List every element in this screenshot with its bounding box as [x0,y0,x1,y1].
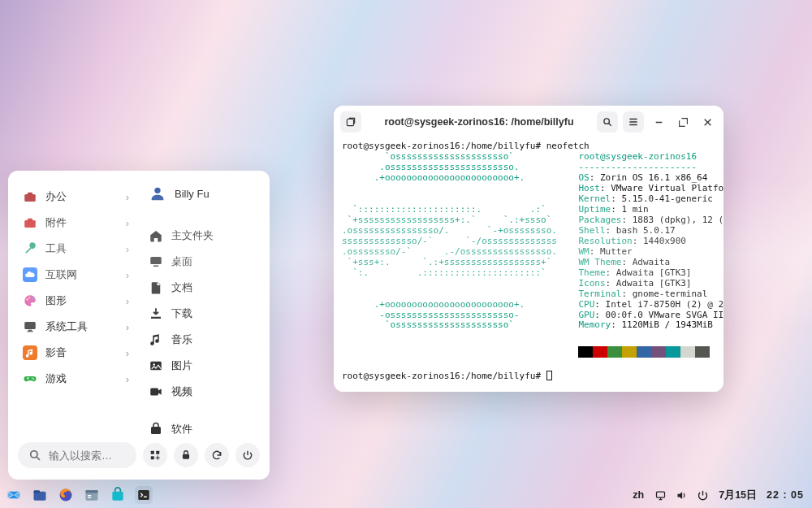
svg-rect-28 [183,454,189,459]
svg-point-24 [31,451,37,458]
network-tray-icon[interactable] [654,488,667,501]
category-games[interactable]: 游戏 › [16,366,136,392]
user-account-item[interactable]: Billy Fu [142,179,261,208]
category-internet[interactable]: 互联网 › [16,262,136,288]
titlebar-search-button[interactable] [597,111,618,132]
chevron-right-icon: › [126,295,129,307]
home-icon [149,228,163,243]
user-avatar-icon [149,185,166,202]
search-icon [28,448,42,462]
apps-grid-button[interactable] [143,443,167,467]
input-method-indicator[interactable]: zh [633,489,644,501]
category-list: 办公 › 附件 › 工具 › 互联网 › 图形 › 系统工具 › 影音 › 游戏… [8,179,139,434]
place-label: 图片 [171,358,192,373]
power-tray-icon[interactable] [696,488,709,501]
svg-point-19 [153,363,155,365]
svg-rect-26 [156,451,159,454]
svg-rect-3 [28,219,32,221]
cloud-icon [23,267,37,282]
category-label: 游戏 [45,371,67,386]
terminal-body[interactable]: root@sysgeek-zorinos16:/home/billyfu# ne… [334,138,723,392]
svg-rect-42 [112,492,123,501]
place-label: 主文件夹 [171,228,214,243]
chevron-right-icon: › [126,269,129,281]
svg-rect-27 [151,456,154,459]
place-pictures[interactable]: 图片 [142,353,261,379]
svg-rect-29 [347,119,353,126]
place-documents[interactable]: 文档 [142,275,261,301]
category-label: 影音 [45,345,67,360]
clock-time[interactable]: 22 : 05 [767,489,804,501]
svg-rect-36 [34,490,41,493]
category-multimedia[interactable]: 影音 › [16,340,136,366]
minimize-button[interactable] [649,112,668,132]
hamburger-menu-button[interactable] [623,111,644,132]
chevron-right-icon: › [126,373,129,385]
files-app-icon[interactable] [31,486,49,504]
titlebar[interactable]: root@sysgeek-zorinos16: /home/billyfu [334,106,723,138]
terminal-app-icon[interactable] [135,486,153,504]
place-videos[interactable]: 视频 [142,379,261,405]
place-label: 视频 [171,384,192,399]
svg-rect-1 [28,193,32,195]
svg-rect-10 [27,331,33,332]
category-label: 图形 [45,293,67,308]
search-field-wrap[interactable] [18,442,136,468]
category-system[interactable]: 系统工具 › [16,314,136,340]
place-home[interactable]: 主文件夹 [142,223,261,249]
clock-date[interactable]: 7月15日 [719,488,757,502]
chevron-right-icon: › [126,191,129,203]
category-tools[interactable]: 工具 › [16,236,136,262]
place-label: 文档 [171,280,192,295]
category-accessories[interactable]: 附件 › [16,210,136,236]
svg-rect-39 [86,490,98,493]
taskbar: zh 7月15日 22 : 05 [0,484,812,508]
power-button[interactable] [235,443,260,467]
place-label: 音乐 [171,332,192,347]
svg-rect-41 [88,497,91,498]
search-input[interactable] [49,449,127,462]
svg-point-5 [27,299,28,301]
picture-icon [149,358,163,373]
zorin-menu-button[interactable] [5,486,23,504]
svg-point-13 [33,379,35,380]
svg-rect-16 [153,266,158,267]
place-desktop[interactable]: 桌面 [142,249,261,275]
video-icon [149,384,163,399]
chevron-right-icon: › [126,347,129,359]
file-manager-icon[interactable] [83,486,101,504]
bag-icon [149,422,163,434]
category-office[interactable]: 办公 › [16,184,136,210]
restart-button[interactable] [205,443,229,467]
place-downloads[interactable]: 下载 [142,301,261,327]
svg-rect-15 [150,257,162,264]
window-title: root@sysgeek-zorinos16: /home/billyfu [366,116,592,128]
volume-tray-icon[interactable] [675,488,688,501]
briefcase-icon [23,215,37,230]
svg-rect-44 [656,492,664,497]
close-button[interactable] [698,112,717,132]
lock-button[interactable] [174,443,198,467]
category-label: 互联网 [45,267,77,282]
place-music[interactable]: 音乐 [142,327,261,353]
terminal-window: root@sysgeek-zorinos16: /home/billyfu ro… [334,106,723,392]
svg-point-30 [604,119,609,124]
category-graphics[interactable]: 图形 › [16,288,136,314]
software-store-icon[interactable] [109,486,127,504]
cursor [546,371,552,380]
maximize-button[interactable] [673,112,693,132]
svg-point-7 [32,297,33,299]
gamepad-icon [23,371,37,386]
music-icon [23,345,37,360]
places-list: Billy Fu 主文件夹 桌面 文档 下载 音乐 图片 视频 软件 设置 Zo… [139,179,270,434]
svg-point-14 [154,188,160,193]
chevron-right-icon: › [126,321,129,333]
firefox-icon[interactable] [57,486,75,504]
wrench-icon [23,241,37,256]
svg-rect-0 [24,194,36,202]
place-label: 桌面 [171,254,192,269]
new-tab-button[interactable] [340,111,361,132]
svg-rect-2 [24,220,36,228]
place-software[interactable]: 软件 [142,416,261,434]
note-icon [149,332,163,347]
